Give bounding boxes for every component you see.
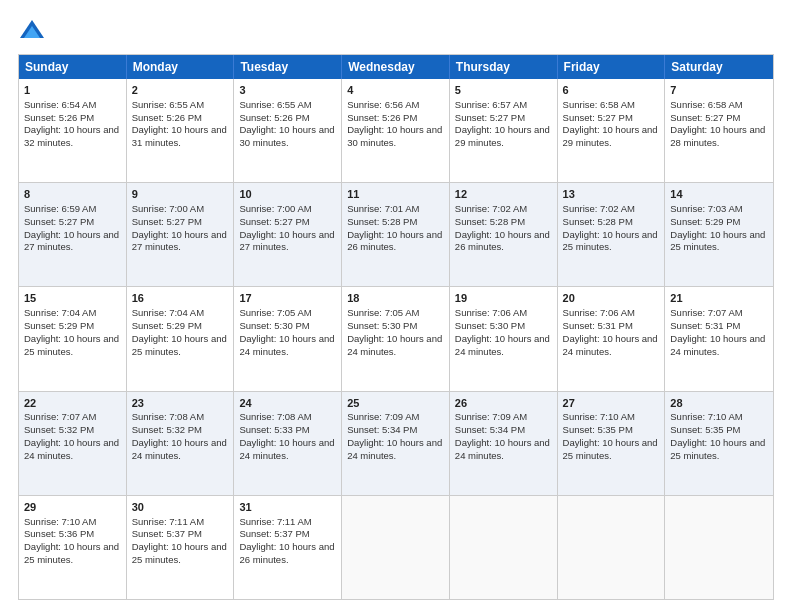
day-number: 27 <box>563 396 660 411</box>
sunset-text: Sunset: 5:30 PM <box>239 320 309 331</box>
sunset-text: Sunset: 5:28 PM <box>455 216 525 227</box>
day-cell: 21Sunrise: 7:07 AMSunset: 5:31 PMDayligh… <box>665 287 773 390</box>
daylight-label: Daylight: 10 hours and 26 minutes. <box>347 229 442 253</box>
sunrise-text: Sunrise: 7:09 AM <box>455 411 527 422</box>
day-number: 12 <box>455 187 552 202</box>
sunset-text: Sunset: 5:37 PM <box>132 528 202 539</box>
sunset-text: Sunset: 5:28 PM <box>347 216 417 227</box>
day-cell: 6Sunrise: 6:58 AMSunset: 5:27 PMDaylight… <box>558 79 666 182</box>
daylight-label: Daylight: 10 hours and 24 minutes. <box>455 437 550 461</box>
sunset-text: Sunset: 5:26 PM <box>239 112 309 123</box>
sunset-text: Sunset: 5:30 PM <box>455 320 525 331</box>
day-cell: 16Sunrise: 7:04 AMSunset: 5:29 PMDayligh… <box>127 287 235 390</box>
day-cell: 3Sunrise: 6:55 AMSunset: 5:26 PMDaylight… <box>234 79 342 182</box>
sunrise-text: Sunrise: 7:04 AM <box>132 307 204 318</box>
calendar-body: 1Sunrise: 6:54 AMSunset: 5:26 PMDaylight… <box>19 79 773 599</box>
sunset-text: Sunset: 5:27 PM <box>239 216 309 227</box>
sunset-text: Sunset: 5:29 PM <box>132 320 202 331</box>
day-header: Sunday <box>19 55 127 79</box>
day-cell: 13Sunrise: 7:02 AMSunset: 5:28 PMDayligh… <box>558 183 666 286</box>
calendar-week: 15Sunrise: 7:04 AMSunset: 5:29 PMDayligh… <box>19 286 773 390</box>
sunrise-text: Sunrise: 7:05 AM <box>347 307 419 318</box>
daylight-label: Daylight: 10 hours and 31 minutes. <box>132 124 227 148</box>
sunrise-text: Sunrise: 7:04 AM <box>24 307 96 318</box>
day-number: 22 <box>24 396 121 411</box>
sunrise-text: Sunrise: 6:59 AM <box>24 203 96 214</box>
sunrise-text: Sunrise: 7:03 AM <box>670 203 742 214</box>
day-number: 16 <box>132 291 229 306</box>
day-number: 6 <box>563 83 660 98</box>
sunset-text: Sunset: 5:27 PM <box>670 112 740 123</box>
day-cell: 2Sunrise: 6:55 AMSunset: 5:26 PMDaylight… <box>127 79 235 182</box>
day-number: 20 <box>563 291 660 306</box>
daylight-label: Daylight: 10 hours and 30 minutes. <box>239 124 334 148</box>
daylight-label: Daylight: 10 hours and 25 minutes. <box>132 333 227 357</box>
sunset-text: Sunset: 5:32 PM <box>24 424 94 435</box>
day-cell: 26Sunrise: 7:09 AMSunset: 5:34 PMDayligh… <box>450 392 558 495</box>
day-number: 3 <box>239 83 336 98</box>
daylight-label: Daylight: 10 hours and 32 minutes. <box>24 124 119 148</box>
sunrise-text: Sunrise: 7:06 AM <box>563 307 635 318</box>
sunrise-text: Sunrise: 7:09 AM <box>347 411 419 422</box>
day-cell: 5Sunrise: 6:57 AMSunset: 5:27 PMDaylight… <box>450 79 558 182</box>
daylight-label: Daylight: 10 hours and 25 minutes. <box>132 541 227 565</box>
daylight-label: Daylight: 10 hours and 28 minutes. <box>670 124 765 148</box>
calendar-header: SundayMondayTuesdayWednesdayThursdayFrid… <box>19 55 773 79</box>
day-cell: 17Sunrise: 7:05 AMSunset: 5:30 PMDayligh… <box>234 287 342 390</box>
sunrise-text: Sunrise: 7:02 AM <box>455 203 527 214</box>
daylight-label: Daylight: 10 hours and 24 minutes. <box>347 333 442 357</box>
sunrise-text: Sunrise: 7:10 AM <box>670 411 742 422</box>
day-number: 14 <box>670 187 768 202</box>
day-header: Friday <box>558 55 666 79</box>
daylight-label: Daylight: 10 hours and 24 minutes. <box>132 437 227 461</box>
day-cell: 10Sunrise: 7:00 AMSunset: 5:27 PMDayligh… <box>234 183 342 286</box>
day-cell: 19Sunrise: 7:06 AMSunset: 5:30 PMDayligh… <box>450 287 558 390</box>
sunrise-text: Sunrise: 7:07 AM <box>670 307 742 318</box>
sunrise-text: Sunrise: 7:02 AM <box>563 203 635 214</box>
day-number: 1 <box>24 83 121 98</box>
daylight-label: Daylight: 10 hours and 25 minutes. <box>24 541 119 565</box>
sunset-text: Sunset: 5:35 PM <box>563 424 633 435</box>
sunset-text: Sunset: 5:36 PM <box>24 528 94 539</box>
daylight-label: Daylight: 10 hours and 27 minutes. <box>239 229 334 253</box>
sunset-text: Sunset: 5:26 PM <box>347 112 417 123</box>
calendar: SundayMondayTuesdayWednesdayThursdayFrid… <box>18 54 774 600</box>
sunset-text: Sunset: 5:33 PM <box>239 424 309 435</box>
day-number: 17 <box>239 291 336 306</box>
daylight-label: Daylight: 10 hours and 25 minutes. <box>670 229 765 253</box>
day-cell: 22Sunrise: 7:07 AMSunset: 5:32 PMDayligh… <box>19 392 127 495</box>
day-cell: 25Sunrise: 7:09 AMSunset: 5:34 PMDayligh… <box>342 392 450 495</box>
day-number: 24 <box>239 396 336 411</box>
calendar-week: 8Sunrise: 6:59 AMSunset: 5:27 PMDaylight… <box>19 182 773 286</box>
daylight-label: Daylight: 10 hours and 24 minutes. <box>455 333 550 357</box>
day-cell: 1Sunrise: 6:54 AMSunset: 5:26 PMDaylight… <box>19 79 127 182</box>
sunrise-text: Sunrise: 7:06 AM <box>455 307 527 318</box>
day-number: 23 <box>132 396 229 411</box>
day-header: Wednesday <box>342 55 450 79</box>
page: SundayMondayTuesdayWednesdayThursdayFrid… <box>0 0 792 612</box>
day-number: 4 <box>347 83 444 98</box>
sunrise-text: Sunrise: 6:54 AM <box>24 99 96 110</box>
sunrise-text: Sunrise: 6:55 AM <box>239 99 311 110</box>
day-number: 21 <box>670 291 768 306</box>
sunset-text: Sunset: 5:35 PM <box>670 424 740 435</box>
sunrise-text: Sunrise: 7:11 AM <box>132 516 204 527</box>
day-number: 29 <box>24 500 121 515</box>
sunset-text: Sunset: 5:29 PM <box>24 320 94 331</box>
sunrise-text: Sunrise: 7:10 AM <box>24 516 96 527</box>
daylight-label: Daylight: 10 hours and 27 minutes. <box>24 229 119 253</box>
empty-cell <box>558 496 666 599</box>
day-header: Tuesday <box>234 55 342 79</box>
empty-cell <box>342 496 450 599</box>
logo <box>18 18 50 46</box>
day-number: 9 <box>132 187 229 202</box>
day-cell: 30Sunrise: 7:11 AMSunset: 5:37 PMDayligh… <box>127 496 235 599</box>
day-cell: 18Sunrise: 7:05 AMSunset: 5:30 PMDayligh… <box>342 287 450 390</box>
day-cell: 28Sunrise: 7:10 AMSunset: 5:35 PMDayligh… <box>665 392 773 495</box>
sunset-text: Sunset: 5:27 PM <box>24 216 94 227</box>
daylight-label: Daylight: 10 hours and 25 minutes. <box>670 437 765 461</box>
day-number: 15 <box>24 291 121 306</box>
day-cell: 23Sunrise: 7:08 AMSunset: 5:32 PMDayligh… <box>127 392 235 495</box>
daylight-label: Daylight: 10 hours and 24 minutes. <box>239 333 334 357</box>
daylight-label: Daylight: 10 hours and 24 minutes. <box>347 437 442 461</box>
